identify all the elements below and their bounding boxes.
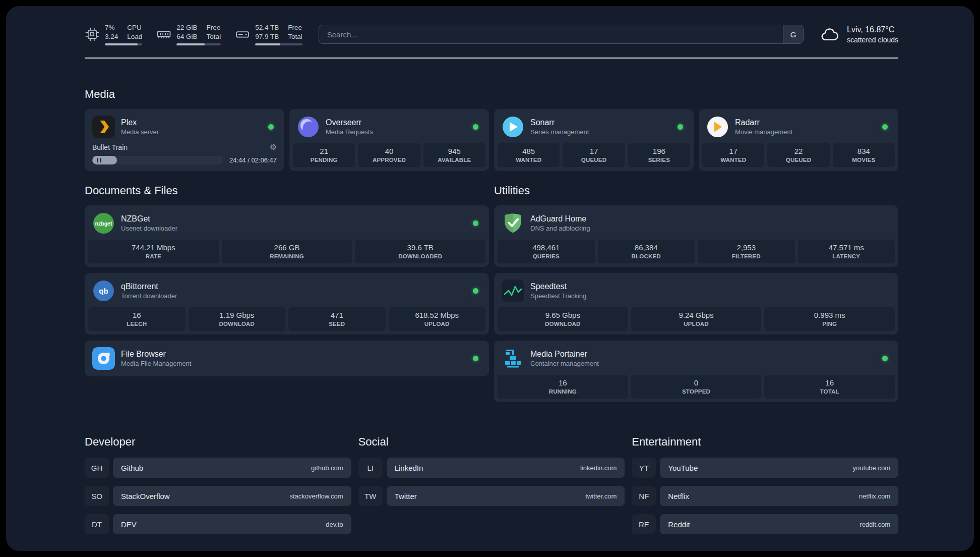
adguard-icon: [502, 212, 524, 235]
status-dot: [473, 356, 478, 361]
service-card-sonarr[interactable]: Sonarr Series management 485 WANTED 17 Q…: [494, 109, 694, 171]
cloud-icon: [818, 24, 841, 44]
stat-tile: 16 LEECH: [88, 307, 186, 331]
cpu-progress-track: [105, 43, 142, 45]
service-subtitle: DNS and adblocking: [530, 225, 590, 232]
overseerr-icon: [297, 116, 320, 138]
service-name: NZBGet: [121, 214, 177, 224]
bookmark-youtube[interactable]: YT YouTube youtube.com: [632, 458, 898, 478]
documents-column: Documents & Files nzbget NZBGet Usenet d…: [85, 184, 489, 382]
stat-tile: 16 TOTAL: [764, 375, 895, 399]
service-name: AdGuard Home: [530, 214, 590, 224]
service-card-speedtest[interactable]: Speedtest Speedtest Tracking 9.65 Gbps D…: [494, 273, 898, 335]
sonarr-icon: [502, 116, 524, 138]
bookmark-url: github.com: [311, 464, 343, 472]
status-dot: [473, 288, 478, 294]
service-card-overseerr[interactable]: Overseerr Media Requests 21 PENDING 40 A…: [289, 109, 489, 171]
section-title-entertainment: Entertainment: [632, 435, 898, 449]
service-card-filebrowser[interactable]: File Browser Media File Management: [85, 341, 489, 376]
bookmark-name: Github: [121, 464, 143, 472]
bookmark-url: linkedin.com: [580, 464, 617, 472]
bookmark-name: Netflix: [668, 492, 689, 500]
search-provider-button[interactable]: G: [783, 25, 803, 43]
stat-tile: 471 SEED: [288, 307, 386, 331]
speedtest-icon: [502, 280, 524, 302]
service-card-radarr[interactable]: Radarr Movie management 17 WANTED 22 QUE…: [699, 109, 898, 171]
search-input[interactable]: [319, 30, 783, 39]
service-card-plex[interactable]: Plex Media server Bullet Train ⚙: [85, 109, 284, 171]
service-subtitle: Series management: [530, 128, 589, 136]
stat-tile: 0 STOPPED: [631, 375, 762, 399]
bookmark-abbr: TW: [358, 486, 383, 506]
stat-tile: 485 WANTED: [498, 143, 560, 167]
bookmark-abbr: LI: [358, 458, 383, 478]
bookmark-abbr: RE: [632, 514, 656, 534]
memory-progress-fill: [176, 43, 204, 45]
disk-icon: [235, 27, 250, 42]
bookmark-abbr: SO: [85, 486, 109, 506]
bookmark-twitter[interactable]: TW Twitter twitter.com: [358, 486, 625, 506]
stat-tile: 744.21 Mbps RATE: [88, 240, 219, 263]
service-name: Radarr: [735, 118, 792, 127]
gear-icon[interactable]: ⚙: [270, 142, 277, 152]
bookmarks-entertainment: Entertainment YT YouTube youtube.com NF …: [632, 435, 898, 542]
bookmark-name: YouTube: [668, 464, 698, 472]
service-subtitle: Torrent downloader: [121, 292, 177, 300]
header-divider: [85, 58, 898, 59]
memory-total-value: 64 GiB: [176, 32, 197, 41]
bookmark-abbr: DT: [85, 514, 109, 534]
service-card-qbittorrent[interactable]: qb qBittorrent Torrent downloader 16 LEE…: [85, 273, 489, 335]
bookmark-reddit[interactable]: RE Reddit reddit.com: [632, 514, 898, 534]
stat-tile: 39.6 TB DOWNLOADED: [355, 240, 485, 263]
service-card-adguard[interactable]: AdGuard Home DNS and adblocking 498,461 …: [494, 205, 898, 267]
pause-icon[interactable]: [97, 158, 98, 162]
search-bar: G: [319, 25, 804, 44]
portainer-icon: [502, 347, 524, 370]
disk-label-1: Free: [288, 23, 302, 32]
bookmark-dev[interactable]: DT DEV dev.to: [85, 514, 351, 534]
media-card-grid: Plex Media server Bullet Train ⚙: [85, 109, 898, 171]
status-dot: [882, 356, 888, 361]
cpu-progress-fill: [105, 43, 138, 45]
bookmark-url: youtube.com: [853, 464, 890, 472]
memory-icon: [156, 27, 171, 42]
bookmark-name: LinkedIn: [395, 464, 423, 472]
stat-tile: 2,953 FILTERED: [698, 240, 795, 263]
bookmark-abbr: GH: [85, 458, 109, 478]
service-subtitle: Media File Management: [121, 360, 191, 367]
memory-label-2: Total: [207, 32, 221, 41]
bookmark-github[interactable]: GH Github github.com: [85, 458, 351, 478]
stat-tile: 9.24 Gbps UPLOAD: [631, 307, 762, 331]
cpu-icon: [85, 27, 100, 42]
bookmark-url: dev.to: [326, 521, 343, 528]
disk-label-2: Total: [288, 32, 302, 41]
service-name: Speedtest: [530, 282, 586, 291]
service-name: Plex: [121, 118, 159, 127]
bookmark-stackoverflow[interactable]: SO StackOverflow stackoverflow.com: [85, 486, 351, 506]
section-title-documents: Documents & Files: [85, 184, 489, 197]
stat-tile: 9.65 Gbps DOWNLOAD: [498, 307, 628, 331]
radarr-icon: [706, 116, 729, 138]
nzbget-icon: nzbget: [92, 212, 115, 235]
stat-tile: 17 WANTED: [702, 143, 764, 167]
service-subtitle: Usenet downloader: [121, 225, 177, 232]
stat-tile: 266 GB REMAINING: [222, 240, 352, 263]
service-card-portainer[interactable]: Media Portainer Container management 16 …: [494, 341, 898, 402]
service-name: File Browser: [121, 350, 191, 359]
bookmark-netflix[interactable]: NF Netflix netflix.com: [632, 486, 898, 506]
top-bar: 7% CPU 3.24 Load 22 Gi: [85, 23, 898, 45]
service-card-nzbget[interactable]: nzbget NZBGet Usenet downloader 744.21 M…: [85, 205, 489, 267]
playback-progress-track[interactable]: [92, 156, 223, 164]
stat-tile: 618.52 Mbps UPLOAD: [389, 307, 486, 331]
disk-progress-fill: [255, 43, 280, 45]
service-name: Overseerr: [326, 118, 373, 127]
playback-progress-fill: [92, 156, 117, 164]
bookmark-url: netflix.com: [859, 492, 890, 500]
stat-tile: 834 MOVIES: [833, 143, 895, 167]
bookmark-linkedin[interactable]: LI LinkedIn linkedin.com: [358, 458, 625, 478]
stat-tile: 21 PENDING: [293, 143, 355, 167]
memory-progress-track: [176, 43, 221, 45]
playback-time: 24:44 / 02:06:47: [229, 156, 277, 164]
weather-condition: scattered clouds: [847, 36, 898, 44]
service-subtitle: Media Requests: [326, 128, 373, 136]
